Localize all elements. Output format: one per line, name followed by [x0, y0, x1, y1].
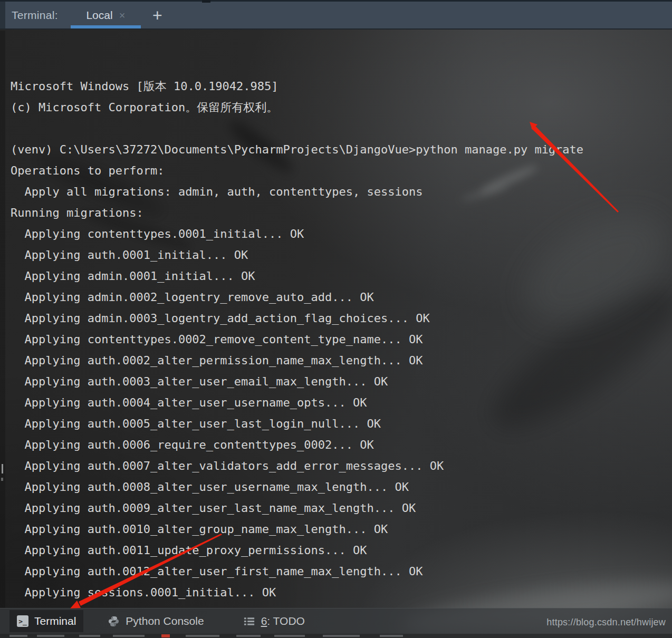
- terminal-tab-bar: Terminal: Local × +: [0, 2, 672, 30]
- terminal-line: Applying auth.0010_alter_group_name_max_…: [11, 519, 672, 540]
- python-icon: [108, 615, 120, 627]
- pycharm-terminal-window: Terminal: Local × + Microsoft Windows [版…: [0, 0, 672, 638]
- terminal-line: Applying auth.0005_alter_user_last_login…: [11, 413, 672, 434]
- terminal-line: Microsoft Windows [版本 10.0.19042.985]: [11, 76, 672, 97]
- terminal-line: Applying admin.0001_initial... OK: [11, 266, 672, 287]
- terminal-line: Applying admin.0002_logentry_remove_auto…: [11, 287, 672, 308]
- terminal-line: Applying auth.0006_require_contenttypes_…: [11, 434, 672, 456]
- close-tab-icon[interactable]: ×: [119, 10, 126, 21]
- terminal-line: Applying contenttypes.0001_initial... OK: [11, 224, 672, 245]
- status-bar: >_ Terminal Python Console: [0, 608, 672, 634]
- terminal-line: Applying auth.0011_update_proxy_permissi…: [11, 540, 672, 561]
- statusbar-terminal-button[interactable]: >_ Terminal: [9, 610, 83, 632]
- terminal-line: [11, 118, 672, 139]
- terminal-line: Applying auth.0009_alter_user_last_name_…: [11, 498, 672, 519]
- terminal-line: Operations to perform:: [11, 160, 672, 181]
- tab-label: Local: [86, 9, 112, 22]
- terminal-button-label: Terminal: [34, 615, 76, 627]
- cropped-bottom-strip: [0, 634, 672, 638]
- terminal-line: Applying auth.0008_alter_user_username_m…: [11, 477, 672, 498]
- todo-mnemonic: 6: [261, 615, 267, 627]
- terminal-line: Applying sessions.0001_initial... OK: [11, 582, 672, 603]
- watermark-url: https://blog.csdn.net/hwijew: [546, 617, 666, 628]
- terminal-line: Applying auth.0004_alter_user_username_o…: [11, 392, 672, 413]
- todo-list-icon: [243, 615, 255, 627]
- terminal-line: Applying contenttypes.0002_remove_conten…: [11, 329, 672, 350]
- statusbar-python-console-button[interactable]: Python Console: [100, 610, 211, 632]
- terminal-output[interactable]: Microsoft Windows [版本 10.0.19042.985](c)…: [0, 31, 672, 608]
- statusbar-todo-button[interactable]: 6: TODO: [236, 610, 312, 632]
- terminal-line: (c) Microsoft Corporation。保留所有权利。: [11, 97, 672, 118]
- terminal-line: Applying auth.0001_initial... OK: [11, 245, 672, 266]
- top-crop-fragment: [202, 0, 210, 3]
- terminal-line: Running migrations:: [11, 202, 672, 224]
- terminal-line: Applying admin.0003_logentry_add_action_…: [11, 308, 672, 329]
- terminal-line: (venv) C:\Users\37272\Documents\PycharmP…: [11, 139, 672, 160]
- python-console-button-label: Python Console: [126, 615, 204, 627]
- terminal-lines: Microsoft Windows [版本 10.0.19042.985](c)…: [11, 76, 672, 608]
- terminal-line: Applying auth.0003_alter_user_email_max_…: [11, 371, 672, 392]
- tab-local[interactable]: Local ×: [71, 2, 141, 28]
- terminal-line: [11, 603, 672, 608]
- todo-button-label: 6: TODO: [261, 615, 305, 627]
- terminal-line: Applying auth.0012_alter_user_first_name…: [11, 561, 672, 582]
- new-tab-button[interactable]: +: [152, 7, 162, 24]
- terminal-line: Apply all migrations: admin, auth, conte…: [11, 181, 672, 202]
- red-crop-fragment: [161, 634, 170, 637]
- terminal-line: Applying auth.0007_alter_validators_add_…: [11, 456, 672, 477]
- terminal-icon: >_: [17, 615, 28, 627]
- top-edge-strip: [0, 0, 672, 2]
- tab-bar-title: Terminal:: [12, 9, 58, 22]
- terminal-line: Applying auth.0002_alter_permission_name…: [11, 350, 672, 371]
- left-edge-sliver: [0, 31, 5, 608]
